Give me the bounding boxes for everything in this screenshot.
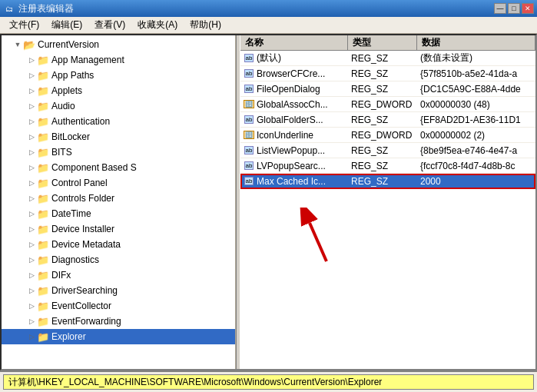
value-name: (默认): [257, 51, 281, 65]
value-type: REG_SZ: [348, 176, 417, 187]
value-name: IconUnderline: [257, 130, 313, 141]
tree-item[interactable]: ▷📁Component Based S: [2, 160, 235, 175]
tree-item-label: CurrentVersion: [38, 39, 99, 50]
tree-item-label: Audio: [51, 101, 75, 111]
value-data: (数值未设置): [417, 51, 535, 65]
col-header-type[interactable]: 类型: [348, 35, 417, 50]
tree-item[interactable]: ▷📁App Management: [2, 52, 235, 68]
tree-item[interactable]: ▷📁BITS: [2, 145, 235, 160]
table-row[interactable]: abLVPopupSearc...REG_SZ{fccf70c8-f4d7-4d…: [240, 158, 535, 174]
tree-item-label: Controls Folder: [51, 193, 114, 204]
folder-icon: 📁: [37, 101, 49, 111]
tree-item-label: DriverSearching: [51, 285, 118, 296]
reg-value-icon: ab: [244, 54, 254, 63]
tree-item[interactable]: ▷📁BitLocker: [2, 129, 235, 145]
folder-icon: 📁: [37, 162, 49, 173]
values-pane[interactable]: 名称 类型 数据 ab(默认)REG_SZ(数值未设置)abBrowserCFC…: [240, 35, 535, 369]
value-name: Max Cached Ic...: [257, 176, 326, 187]
tree-item[interactable]: ▷📁DIFx: [2, 267, 235, 283]
tree-item-label: Device Installer: [51, 224, 114, 234]
table-row[interactable]: abMax Cached Ic...REG_SZ2000: [240, 174, 535, 189]
tree-item[interactable]: ▷📁Applets: [2, 83, 235, 98]
table-row[interactable]: abBrowserCFCre...REG_SZ{57f8510b-a5e2-41…: [240, 66, 535, 81]
col-header-data[interactable]: 数据: [417, 35, 535, 50]
tree-item-label: Control Panel: [51, 178, 108, 188]
menu-help[interactable]: 帮助(H): [184, 17, 227, 33]
tree-item[interactable]: ▷📁Audio: [2, 98, 235, 114]
value-data: {fccf70c8-f4d7-4d8b-8c: [417, 161, 535, 171]
table-row[interactable]: ab(默认)REG_SZ(数值未设置): [240, 51, 535, 66]
table-row[interactable]: abGlobalFolderS...REG_SZ{EF8AD2D1-AE36-1…: [240, 112, 535, 128]
title-bar-icon: 🗂: [3, 2, 15, 15]
value-name: FileOpenDialog: [257, 84, 320, 95]
value-name: LVPopupSearc...: [257, 161, 326, 171]
value-type: REG_SZ: [348, 84, 417, 95]
reg-value-icon: ab: [244, 85, 254, 94]
folder-icon: 📁: [37, 285, 49, 296]
tree-item[interactable]: ▷📁DriverSearching: [2, 283, 235, 298]
tree-item-label: App Management: [51, 55, 124, 65]
folder-icon: 📁: [37, 331, 49, 342]
table-row[interactable]: 🔢GlobalAssocCh...REG_DWORD0x00000030 (48…: [240, 97, 535, 112]
folder-icon: 📁: [37, 254, 49, 265]
close-button[interactable]: ✕: [522, 3, 534, 14]
folder-icon: 📁: [37, 239, 49, 250]
status-text: 计算机\HKEY_LOCAL_MACHINE\SOFTWARE\Microsof…: [3, 374, 534, 390]
tree-item[interactable]: ▷📁Control Panel: [2, 175, 235, 191]
menu-bar: 文件(F) 编辑(E) 查看(V) 收藏夹(A) 帮助(H): [0, 17, 537, 34]
menu-edit[interactable]: 编辑(E): [45, 17, 88, 33]
value-data: 0x00000002 (2): [417, 130, 535, 141]
value-type: REG_DWORD: [348, 130, 417, 141]
folder-icon: 📁: [37, 270, 49, 281]
menu-file[interactable]: 文件(F): [3, 17, 45, 33]
table-row[interactable]: abFileOpenDialogREG_SZ{DC1C5A9C-E88A-4dd…: [240, 81, 535, 97]
value-type: REG_SZ: [348, 53, 417, 64]
value-data: {EF8AD2D1-AE36-11D1: [417, 115, 535, 125]
table-row[interactable]: abListViewPopup...REG_SZ{8be9f5ea-e746-4…: [240, 143, 535, 158]
value-data: {57f8510b-a5e2-41da-a: [417, 68, 535, 79]
value-name: GlobalAssocCh...: [257, 99, 328, 110]
folder-icon: 📁: [37, 131, 49, 142]
folder-icon: 📁: [37, 316, 49, 327]
tree-item-label: App Paths: [51, 70, 94, 81]
value-type: REG_SZ: [348, 145, 417, 156]
reg-value-icon: ab: [244, 177, 254, 186]
folder-icon: 📁: [37, 85, 49, 96]
tree-item[interactable]: ▷📁EventForwarding: [2, 314, 235, 329]
value-type: REG_SZ: [348, 161, 417, 171]
value-type: REG_DWORD: [348, 99, 417, 110]
tree-item[interactable]: ▷📁Explorer: [2, 329, 235, 344]
status-bar: 计算机\HKEY_LOCAL_MACHINE\SOFTWARE\Microsof…: [0, 370, 537, 392]
folder-icon: 📂: [23, 39, 35, 50]
tree-pane[interactable]: ▼📂CurrentVersion▷📁App Management▷📁App Pa…: [2, 35, 236, 369]
title-bar: 🗂 注册表编辑器 — □ ✕: [0, 0, 537, 17]
reg-value-icon: 🔢: [244, 131, 254, 140]
tree-item[interactable]: ▷📁Diagnostics: [2, 252, 235, 267]
menu-view[interactable]: 查看(V): [88, 17, 131, 33]
folder-icon: 📁: [37, 147, 49, 158]
tree-item[interactable]: ▼📂CurrentVersion: [2, 37, 235, 52]
menu-favorites[interactable]: 收藏夹(A): [131, 17, 184, 33]
table-row[interactable]: 🔢IconUnderlineREG_DWORD0x00000002 (2): [240, 128, 535, 143]
tree-item-label: Diagnostics: [51, 254, 99, 265]
tree-item[interactable]: ▷📁Controls Folder: [2, 191, 235, 206]
folder-icon: 📁: [37, 193, 49, 204]
tree-item[interactable]: ▷📁Device Installer: [2, 221, 235, 237]
folder-icon: 📁: [37, 116, 49, 127]
value-name: BrowserCFCre...: [257, 68, 325, 79]
tree-item[interactable]: ▷📁EventCollector: [2, 298, 235, 314]
col-header-name[interactable]: 名称: [240, 35, 348, 50]
tree-item-label: DIFx: [51, 270, 71, 281]
maximize-button[interactable]: □: [508, 3, 520, 14]
folder-icon: 📁: [37, 178, 49, 188]
reg-value-icon: ab: [244, 146, 254, 155]
minimize-button[interactable]: —: [494, 3, 506, 14]
tree-item[interactable]: ▷📁DateTime: [2, 206, 235, 221]
tree-item[interactable]: ▷📁Authentication: [2, 114, 235, 129]
tree-item[interactable]: ▷📁App Paths: [2, 68, 235, 83]
folder-icon: 📁: [37, 70, 49, 81]
title-bar-text: 注册表编辑器: [18, 2, 494, 15]
tree-item-label: Explorer: [51, 331, 86, 342]
tree-item[interactable]: ▷📁Device Metadata: [2, 237, 235, 252]
tree-item-label: EventForwarding: [51, 316, 121, 327]
